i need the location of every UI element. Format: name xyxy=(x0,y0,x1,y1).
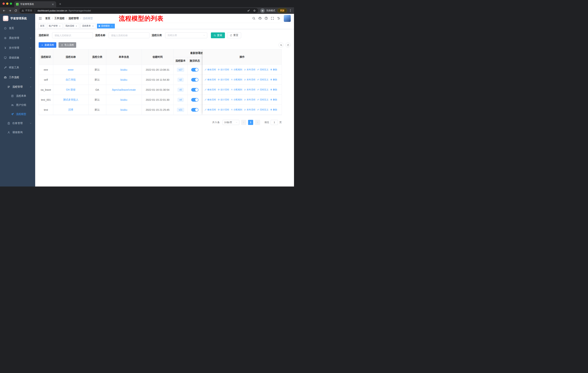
create-process-button[interactable]: 新建流程 xyxy=(39,42,56,48)
action-link[interactable]: 修改流程 xyxy=(205,88,216,91)
breadcrumb-item[interactable]: 工作流程 xyxy=(54,17,64,20)
next-page-button[interactable] xyxy=(255,120,260,125)
toolbar-icon-button[interactable] xyxy=(279,42,284,48)
browser-nav-button[interactable] xyxy=(8,8,12,13)
sidebar-item[interactable]: 首页 xyxy=(0,23,35,33)
incognito-badge[interactable]: 无痕模式 xyxy=(260,8,276,13)
action-link[interactable]: 分配规则 xyxy=(231,88,242,91)
action-link[interactable]: 删除 xyxy=(270,108,277,111)
tag-view[interactable]: 首页 xyxy=(38,24,46,28)
reset-button[interactable]: 重置 xyxy=(227,32,241,38)
close-icon[interactable] xyxy=(92,25,94,27)
sidebar-item[interactable]: 流程管理 xyxy=(0,82,35,91)
process-name-link[interactable]: 测试多审批人 xyxy=(63,98,78,101)
action-link[interactable]: 分配规则 xyxy=(231,78,242,81)
action-link[interactable]: 分配规则 xyxy=(231,68,242,71)
action-link[interactable]: 修改流程 xyxy=(205,68,216,71)
action-link[interactable]: 修改流程 xyxy=(205,108,216,111)
breadcrumb-item[interactable]: 流程管理 xyxy=(69,17,79,20)
action-link[interactable]: 删除 xyxy=(270,68,277,71)
sidebar-item[interactable]: 请假查询 xyxy=(0,128,35,137)
search-button[interactable]: 搜索 xyxy=(211,32,225,38)
action-link[interactable]: 发布流程 xyxy=(244,98,255,101)
star-icon[interactable] xyxy=(253,9,256,12)
fullscreen-icon[interactable] xyxy=(271,17,274,20)
tab-close-icon[interactable] xyxy=(51,3,54,6)
goto-page-input[interactable] xyxy=(271,120,278,125)
form-info-link[interactable]: biubiu xyxy=(120,98,127,101)
github-icon[interactable] xyxy=(258,17,262,20)
breadcrumb-item[interactable]: 首页 xyxy=(45,17,50,20)
fontsize-icon[interactable] xyxy=(277,17,280,20)
action-link[interactable]: 修改流程 xyxy=(205,78,216,81)
sidebar-item[interactable]: 流程表单 xyxy=(0,91,35,101)
address-bar[interactable]: 不安全 dashboard.yudao.iocoder.cn /bpm/mana… xyxy=(19,8,258,13)
process-name-link[interactable]: 自己审批 xyxy=(66,78,76,81)
action-link[interactable]: 分配规则 xyxy=(231,108,242,111)
sidebar-item[interactable]: 研发工具 xyxy=(0,63,35,72)
process-name-link[interactable]: eeee xyxy=(68,68,74,71)
close-icon[interactable] xyxy=(111,25,113,27)
active-toggle[interactable] xyxy=(191,98,199,102)
browser-tab[interactable]: 芋道管理系统 xyxy=(14,1,56,7)
minimize-window-button[interactable] xyxy=(6,2,8,5)
sidebar-item[interactable]: 工作流程 xyxy=(0,72,35,82)
action-link[interactable]: 发布流程 xyxy=(244,88,255,91)
form-info-link[interactable]: biubiu xyxy=(120,108,127,111)
toolbar-icon-button[interactable] xyxy=(285,42,291,48)
action-link[interactable]: 发布流程 xyxy=(244,68,255,71)
user-avatar[interactable] xyxy=(284,15,291,22)
maximize-window-button[interactable] xyxy=(10,2,12,5)
action-link[interactable]: 流程定义 xyxy=(257,108,268,111)
close-icon[interactable] xyxy=(59,25,61,27)
active-toggle[interactable] xyxy=(191,78,199,81)
page-size-select[interactable]: 10条/页 xyxy=(222,120,239,125)
form-info-link[interactable]: biubiu xyxy=(120,78,127,81)
active-toggle[interactable] xyxy=(191,108,199,112)
browser-update-button[interactable]: 更新 xyxy=(277,8,287,13)
action-link[interactable]: 流程定义 xyxy=(257,88,268,91)
browser-nav-button[interactable] xyxy=(2,8,6,13)
action-link[interactable]: 发布流程 xyxy=(244,108,255,111)
active-toggle[interactable] xyxy=(191,68,199,71)
close-icon[interactable] xyxy=(75,25,78,27)
sidebar-item[interactable]: 支付管理 xyxy=(0,43,35,53)
page-number-current[interactable]: 1 xyxy=(248,120,253,125)
active-toggle[interactable] xyxy=(191,88,199,92)
close-window-button[interactable] xyxy=(2,2,5,5)
action-link[interactable]: 设计流程 xyxy=(218,108,229,111)
process-key-input[interactable] xyxy=(52,32,93,38)
action-link[interactable]: 分配规则 xyxy=(231,98,242,101)
question-icon[interactable] xyxy=(264,17,268,20)
category-select[interactable]: 流程分类 xyxy=(165,32,207,38)
action-link[interactable]: 设计流程 xyxy=(218,88,229,91)
action-link[interactable]: 设计流程 xyxy=(218,98,229,101)
action-link[interactable]: 设计流程 xyxy=(218,78,229,81)
new-tab-button[interactable] xyxy=(58,1,63,7)
sidebar-item[interactable]: 基础设施 xyxy=(0,53,35,63)
tag-view[interactable]: 我的流程 xyxy=(64,24,79,28)
browser-menu-icon[interactable] xyxy=(289,9,292,12)
action-link[interactable]: 流程定义 xyxy=(257,68,268,71)
sidebar-item[interactable]: 用户分组 xyxy=(0,101,35,110)
tag-view[interactable]: 流程表单 xyxy=(80,24,96,28)
tag-view[interactable]: 租户管理 xyxy=(47,24,63,28)
process-name-input[interactable] xyxy=(109,32,149,38)
sidebar-item[interactable]: 任务管理 xyxy=(0,119,35,128)
browser-nav-button[interactable] xyxy=(13,8,18,13)
tag-view[interactable]: 流程模型 xyxy=(97,24,115,28)
sidebar-logo[interactable]: 芋道管理系统 xyxy=(0,14,35,23)
sidebar-item[interactable]: 流程模型 xyxy=(0,110,35,119)
action-link[interactable]: 删除 xyxy=(270,98,277,101)
form-info-link[interactable]: biubiu xyxy=(120,68,127,71)
form-info-link[interactable]: /bpm/oa/leave/create xyxy=(112,88,136,91)
action-link[interactable]: 发布流程 xyxy=(244,78,255,81)
process-name-link[interactable]: OA 请假 xyxy=(66,88,75,91)
action-link[interactable]: 删除 xyxy=(270,88,277,91)
action-link[interactable]: 设计流程 xyxy=(218,68,229,71)
action-link[interactable]: 删除 xyxy=(270,78,277,81)
action-link[interactable]: 流程定义 xyxy=(257,98,268,101)
action-link[interactable]: 流程定义 xyxy=(257,78,268,81)
sidebar-collapse-icon[interactable] xyxy=(38,17,42,20)
search-icon[interactable] xyxy=(252,17,256,20)
